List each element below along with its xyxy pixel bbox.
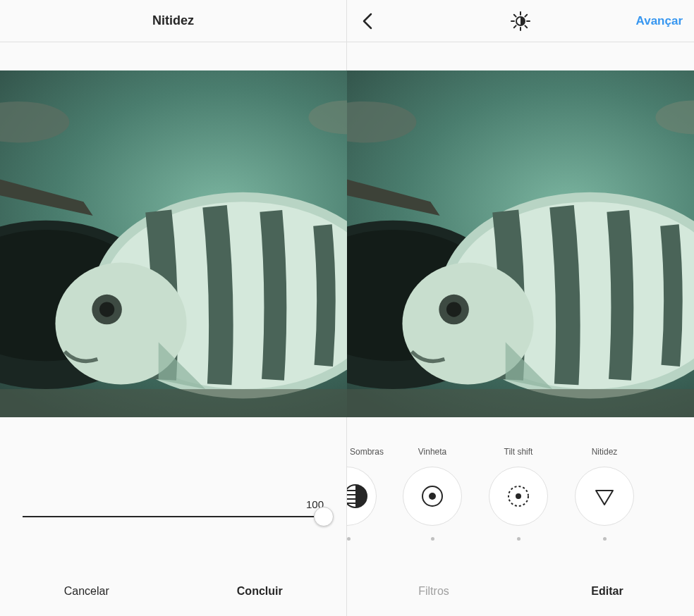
tool-label: Sombras [347,447,384,458]
tool-circle [347,467,377,526]
lux-button[interactable] [510,11,531,32]
vignette-icon [420,483,445,509]
tool-indicator-dot [431,537,434,541]
edit-bottom-tabs: Filtros Editar [347,567,694,616]
controls-right: Sombras Vinheta [347,417,694,616]
svg-line-17 [514,14,516,16]
tool-circle [403,467,462,526]
tool-circle [575,467,634,526]
tool-sharpen[interactable]: Nitidez [561,447,647,567]
shadows-icon [347,483,368,509]
tool-circle [489,467,548,526]
tool-indicator-dot [517,537,520,541]
svg-point-27 [429,493,436,500]
svg-line-18 [525,25,527,27]
slider-value-label: 100 [23,498,324,510]
tool-indicator-dot [347,537,351,541]
tab-filters[interactable]: Filtros [347,567,520,616]
sharpness-adjust-panel: Nitidez 100 Cancelar Concluir [0,0,347,616]
tab-edit[interactable]: Editar [520,567,694,616]
slider-knob[interactable] [314,507,334,526]
tool-label: Nitidez [592,447,618,458]
photo-preview-left[interactable] [0,70,347,417]
svg-line-19 [514,25,516,27]
adjust-title: Nitidez [152,13,194,28]
svg-line-20 [525,14,527,16]
header-left: Nitidez [0,0,346,42]
header-right: Avançar [347,0,694,42]
cancel-button[interactable]: Cancelar [0,567,174,616]
tool-label: Tilt shift [504,447,533,458]
edit-tools-strip[interactable]: Sombras Vinheta [347,447,694,567]
sun-icon [510,11,531,32]
tool-indicator-dot [603,537,607,541]
edit-panel: Avançar Sombras [347,0,694,616]
tool-label: Vinheta [418,447,446,458]
tool-tilt-shift[interactable]: Tilt shift [475,447,561,567]
tool-shadows[interactable]: Sombras [347,447,389,567]
back-button[interactable] [361,0,374,42]
sharpen-icon [592,483,617,509]
tool-vignette[interactable]: Vinheta [389,447,475,567]
photo-preview-right[interactable] [347,70,694,417]
controls-left: 100 Cancelar Concluir [0,417,346,616]
svg-point-29 [516,493,521,499]
done-button[interactable]: Concluir [174,567,347,616]
sharpness-slider[interactable] [23,516,324,517]
next-button[interactable]: Avançar [636,0,683,42]
tilt-shift-icon [506,483,531,509]
sharpness-slider-wrap: 100 [0,498,346,517]
chevron-left-icon [361,11,374,31]
adjust-bottom-bar: Cancelar Concluir [0,567,346,616]
